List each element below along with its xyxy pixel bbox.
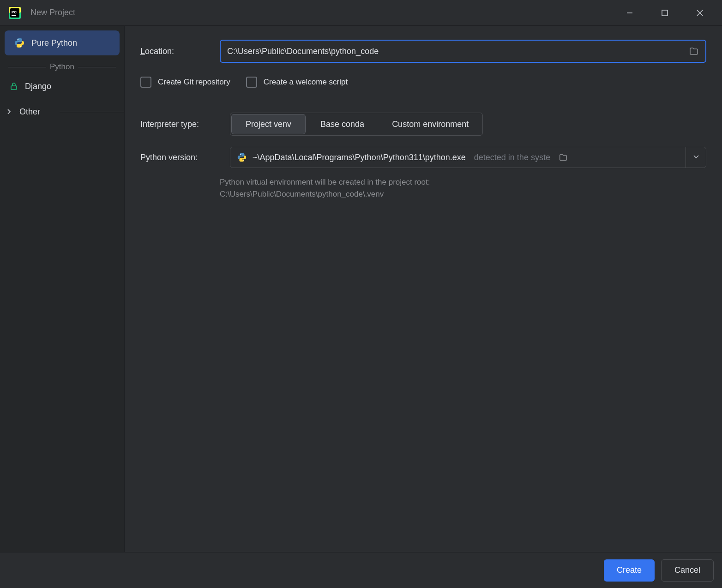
sidebar-group-python: Python [0, 60, 124, 74]
svg-rect-11 [11, 86, 17, 90]
sidebar-item-django[interactable]: Django [0, 74, 124, 99]
interpreter-type-label: Interpreter type: [140, 120, 219, 129]
folder-icon [559, 153, 568, 162]
cancel-button[interactable]: Cancel [661, 559, 714, 582]
python-version-dropdown[interactable] [686, 147, 706, 168]
chevron-right-icon [6, 109, 12, 114]
chevron-down-icon [693, 153, 699, 162]
create-button[interactable]: Create [604, 559, 655, 582]
svg-point-12 [240, 154, 241, 155]
welcome-script-checkbox[interactable]: Create a welcome script [246, 77, 348, 88]
svg-rect-6 [662, 10, 668, 16]
pycharm-app-icon: PC [8, 6, 21, 19]
git-repo-checkbox[interactable]: Create Git repository [140, 77, 230, 88]
location-input[interactable] [227, 47, 689, 56]
svg-point-10 [20, 46, 21, 47]
venv-helper-text: Python virtual environment will be creat… [220, 176, 706, 200]
interpreter-base-conda[interactable]: Base conda [307, 114, 378, 134]
location-label: Location: [140, 47, 209, 56]
svg-point-9 [18, 39, 18, 40]
interpreter-project-venv[interactable]: Project venv [231, 114, 306, 134]
sidebar-item-label: Other [19, 107, 40, 117]
checkbox-label: Create Git repository [158, 78, 230, 87]
checkbox-label: Create a welcome script [264, 78, 348, 87]
svg-text:PC: PC [12, 10, 17, 14]
sidebar-item-label: Django [25, 82, 51, 91]
python-version-select[interactable]: ~\AppData\Local\Programs\Python\Python31… [230, 147, 706, 168]
titlebar: PC New Project [0, 0, 722, 26]
svg-point-13 [243, 160, 244, 161]
sidebar-item-pure-python[interactable]: Pure Python [5, 30, 120, 55]
minimize-button[interactable] [621, 5, 638, 21]
sidebar-item-other[interactable]: Other [0, 99, 124, 125]
sidebar-item-label: Pure Python [31, 38, 77, 48]
window-title: New Project [30, 8, 621, 18]
python-version-label: Python version: [140, 153, 219, 162]
interpreter-custom-env[interactable]: Custom environment [378, 114, 482, 134]
svg-rect-4 [12, 15, 16, 16]
close-button[interactable] [692, 5, 708, 21]
maximize-button[interactable] [656, 5, 673, 21]
form-content: Location: Create Git repository Create a… [125, 26, 722, 552]
checkbox-box [140, 77, 151, 88]
window-controls [621, 5, 717, 21]
location-field[interactable] [220, 40, 706, 63]
browse-folder-icon[interactable] [689, 46, 699, 56]
dialog-footer: Create Cancel [0, 552, 722, 588]
checkbox-box [246, 77, 257, 88]
python-icon [237, 152, 247, 162]
project-type-sidebar: Pure Python Python Django Other [0, 26, 125, 552]
interpreter-type-segmented: Project venv Base conda Custom environme… [230, 113, 483, 136]
python-icon [14, 37, 25, 48]
python-version-value: ~\AppData\Local\Programs\Python\Python31… [230, 152, 686, 162]
lock-icon [9, 82, 18, 91]
